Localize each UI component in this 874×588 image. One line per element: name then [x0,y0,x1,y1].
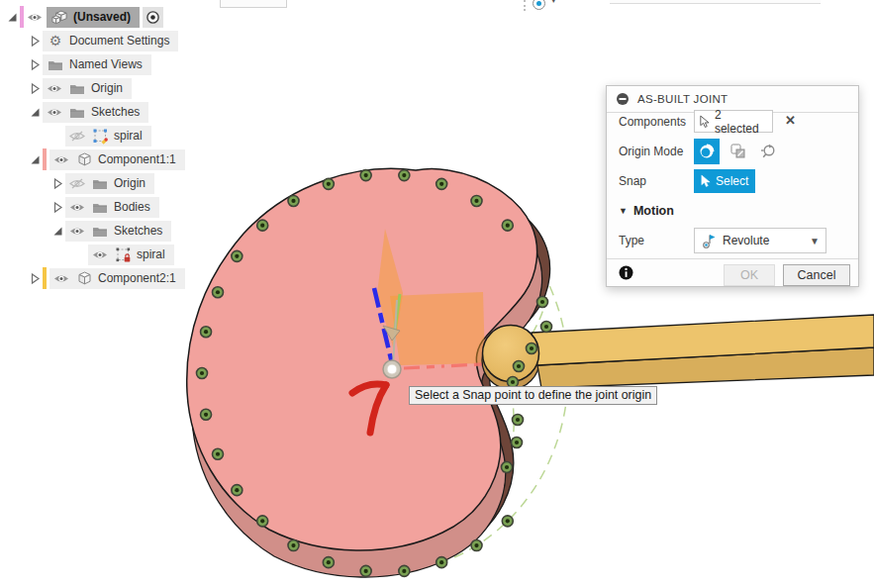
tree-row-origin[interactable]: Origin [49,171,185,195]
snap-point-dot[interactable] [502,462,513,473]
snap-point-dot[interactable] [232,250,243,261]
snap-point-dot[interactable] [471,195,482,206]
activate-component-button[interactable] [143,7,163,28]
eye-visible-icon[interactable] [53,154,69,165]
snap-point-dot[interactable] [502,220,513,231]
dropdown-caret-icon[interactable]: ▾ [551,0,556,5]
folder-icon [69,106,85,119]
components-selection-button[interactable]: 2 selected [694,110,773,133]
snap-point-dot[interactable] [212,287,223,298]
expander-collapsed-icon[interactable] [28,81,42,95]
snap-point-dot[interactable] [232,485,243,496]
eye-visible-icon[interactable] [69,226,85,237]
expander-collapsed-icon[interactable] [28,57,42,71]
between-faces-icon [729,143,747,160]
components-label: Components [619,115,686,129]
snap-label: Snap [619,174,646,188]
snap-point-dot[interactable] [360,170,371,181]
snap-tooltip: Select a Snap point to define the joint … [409,386,657,405]
snap-point-dot[interactable] [437,557,447,568]
snap-select-button[interactable]: Select [694,169,755,193]
record-circle-icon[interactable] [533,0,545,10]
snap-point-dot[interactable] [323,557,334,568]
eye-hidden-icon[interactable] [69,178,85,189]
snap-point-dot[interactable] [513,415,524,426]
chevron-down-icon: ▼ [619,206,628,216]
eye-visible-icon[interactable] [92,249,108,260]
snap-point-dot[interactable] [399,170,410,181]
snap-point-dot[interactable] [512,438,523,448]
tree-row-component2-1[interactable]: Component2:1 [27,266,185,290]
snap-point-dot[interactable] [212,448,223,459]
collapse-icon[interactable] [616,92,630,106]
snap-point-dot[interactable] [288,195,299,206]
snap-point-dot[interactable] [201,409,212,420]
origin-mode-simple-button[interactable] [694,139,720,164]
browser-tree: (Unsaved)⚙Document SettingsNamed ViewsOr… [0,5,185,290]
component-cube-icon [76,151,93,167]
eye-visible-icon[interactable] [53,273,69,284]
eye-visible-icon[interactable] [47,107,62,118]
snap-point-dot[interactable] [471,540,482,551]
tree-item-label: spiral [137,247,165,261]
tree-item-label: Component1:1 [98,152,176,166]
folder-icon [69,82,85,95]
snap-point-dot[interactable] [257,516,268,527]
expander-collapsed-icon[interactable] [50,200,64,214]
expander-expanded-icon[interactable] [28,105,42,119]
tree-row-document-settings[interactable]: ⚙Document Settings [27,29,185,52]
tree-row-named-views[interactable]: Named Views [27,52,185,76]
dialog-title: AS-BUILT JOINT [637,93,728,105]
snap-point-dot[interactable] [437,178,447,189]
tree-row-bodies[interactable]: Bodies [49,195,185,219]
snap-point-dot[interactable] [502,516,513,527]
expander-expanded-icon[interactable] [50,224,64,238]
snap-point-dot[interactable] [537,297,548,308]
tree-row-spiral[interactable]: spiral [72,243,185,266]
eye-visible-icon[interactable] [69,202,85,213]
tree-row--unsaved-[interactable]: (Unsaved) [4,5,185,29]
component-color-bar [43,148,47,170]
snap-point-dot[interactable] [257,220,268,231]
info-icon[interactable] [619,265,633,280]
tree-item-label: Bodies [114,200,150,214]
expander-collapsed-icon[interactable] [28,271,42,285]
origin-mode-between-faces-button[interactable] [726,139,751,164]
joint-plane-horizontal [390,292,485,365]
as-built-joint-dialog: AS-BUILT JOINT Components 2 selected ✕ O… [606,85,859,287]
expander-expanded-icon[interactable] [5,10,19,24]
cursor-icon [699,115,711,129]
clear-selection-icon[interactable]: ✕ [785,113,796,128]
eye-hidden-icon[interactable] [69,131,85,142]
tree-item-label: Origin [91,81,123,95]
motion-type-dropdown[interactable]: Revolute ▼ [694,228,826,253]
origin-mode-simple-on-face-button[interactable] [755,139,781,164]
snap-point-dot[interactable] [399,565,410,576]
snap-point-dot[interactable] [323,178,334,189]
tree-row-sketches[interactable]: Sketches [49,219,185,243]
snap-point-dot[interactable] [541,322,552,333]
snap-point-dot[interactable] [197,368,208,379]
snap-point-dot[interactable] [201,327,212,338]
revolute-icon [701,233,717,248]
eye-visible-icon[interactable] [47,83,62,94]
tree-row-origin[interactable]: Origin [27,76,185,100]
expander-expanded-icon[interactable] [28,152,42,166]
snap-point-dot[interactable] [360,565,371,576]
snap-point-dot[interactable] [527,343,537,354]
expander-collapsed-icon[interactable] [50,176,64,190]
motion-section-header[interactable]: ▼ Motion [619,204,674,218]
cancel-button[interactable]: Cancel [783,264,850,286]
expander-collapsed-icon[interactable] [28,34,42,48]
ok-button[interactable]: OK [724,264,775,286]
eye-visible-icon[interactable] [27,12,43,23]
toolbar-fragment-center: ▾ [519,0,568,13]
snap-point-dot[interactable] [514,361,525,372]
tree-row-component1-1[interactable]: Component1:1 [27,147,185,171]
toolbar-fragment-right [610,0,821,4]
joint-origin-center[interactable] [387,364,397,374]
tree-row-spiral[interactable]: spiral [49,124,185,147]
tree-row-sketches[interactable]: Sketches [27,100,185,124]
activate-component-icon[interactable] [146,10,160,25]
snap-point-dot[interactable] [288,540,299,551]
